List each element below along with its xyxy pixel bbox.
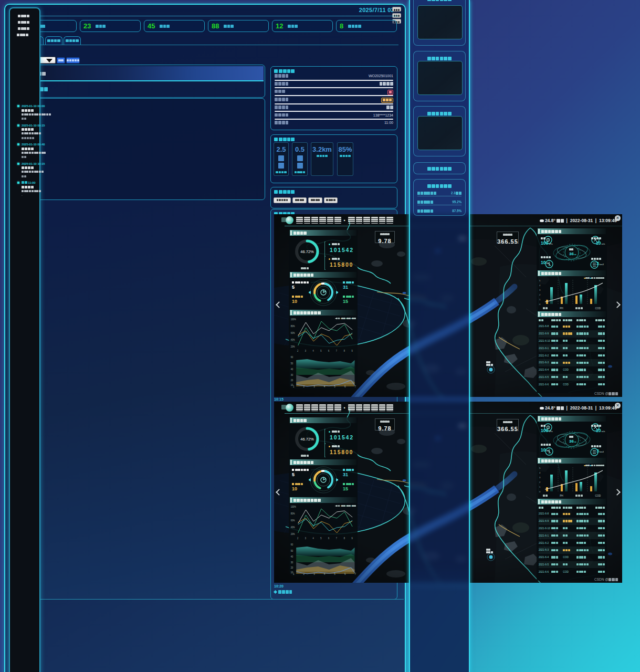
svg-text:3: 3 (305, 350, 307, 352)
svg-text:40: 40 (291, 555, 293, 558)
svg-text:1: 1 (539, 486, 541, 488)
svg-text:6: 6 (328, 537, 330, 540)
svg-text:2: 2 (297, 350, 299, 352)
svg-text:100%: 100% (291, 506, 296, 508)
svg-text:20%: 20% (291, 345, 295, 348)
svg-text:8: 8 (344, 537, 345, 540)
svg-text:100%: 100% (291, 318, 296, 321)
svg-text:30: 30 (291, 374, 293, 376)
svg-text:8: 8 (344, 350, 345, 352)
svg-text:50: 50 (291, 362, 293, 365)
svg-text:3: 3 (539, 476, 541, 479)
svg-text:4: 4 (312, 350, 314, 352)
svg-text:60: 60 (291, 543, 293, 546)
svg-text:2: 2 (297, 537, 299, 540)
svg-text:2: 2 (539, 481, 541, 484)
svg-text:0: 0 (539, 303, 541, 306)
svg-text:20%: 20% (291, 533, 295, 536)
svg-text:9: 9 (351, 350, 353, 352)
svg-text:40%: 40% (291, 339, 295, 341)
svg-text:60: 60 (291, 356, 293, 359)
svg-text:4: 4 (539, 471, 541, 474)
svg-text:6: 6 (328, 350, 330, 352)
svg-text:5: 5 (539, 279, 541, 282)
svg-text:9: 9 (351, 537, 353, 540)
svg-text:50: 50 (291, 550, 293, 552)
svg-text:1: 1 (539, 298, 541, 301)
svg-text:4: 4 (312, 537, 314, 540)
svg-text:7: 7 (336, 350, 338, 352)
svg-text:5: 5 (539, 467, 541, 469)
svg-text:60%: 60% (291, 332, 295, 334)
svg-text:0: 0 (539, 490, 541, 493)
svg-text:80%: 80% (291, 512, 295, 515)
svg-text:7: 7 (336, 537, 338, 540)
svg-text:40%: 40% (291, 526, 295, 529)
svg-text:4: 4 (539, 284, 541, 287)
svg-text:60%: 60% (291, 519, 295, 522)
svg-text:30: 30 (291, 561, 293, 564)
svg-text:3: 3 (305, 537, 307, 540)
svg-text:5: 5 (320, 537, 322, 540)
svg-text:46.72%: 46.72% (300, 249, 314, 254)
svg-text:20: 20 (291, 379, 293, 382)
svg-text:5: 5 (320, 350, 322, 352)
svg-text:20: 20 (291, 566, 293, 569)
svg-text:40: 40 (291, 368, 293, 371)
svg-text:80%: 80% (291, 325, 295, 328)
svg-text:3: 3 (539, 289, 541, 291)
svg-text:2: 2 (539, 293, 541, 296)
svg-text:46.72%: 46.72% (300, 437, 314, 442)
